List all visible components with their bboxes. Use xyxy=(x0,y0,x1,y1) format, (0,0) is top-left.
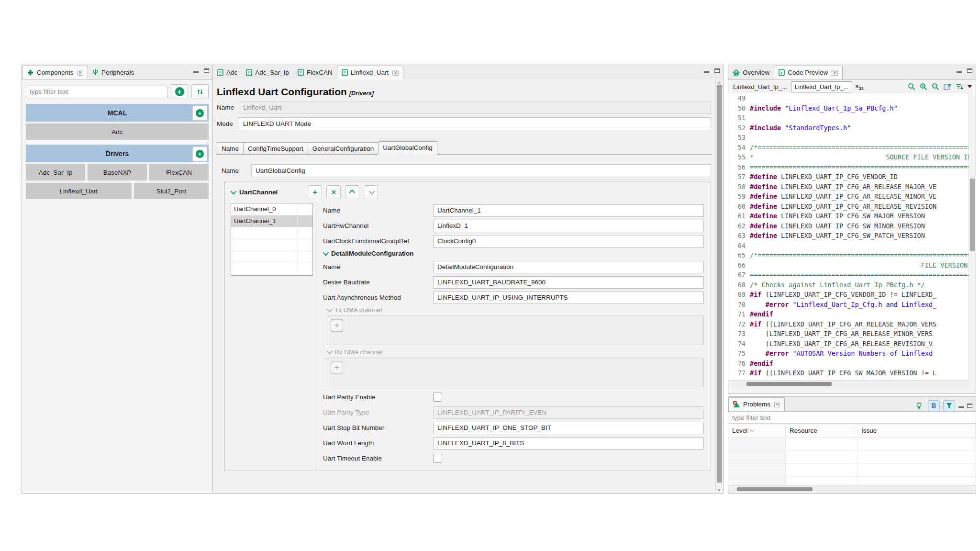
scroll-down-arrow[interactable] xyxy=(717,489,721,492)
scrollbar-thumb[interactable] xyxy=(737,487,813,491)
code-vertical-scrollbar[interactable] xyxy=(969,93,976,380)
filter-icon[interactable] xyxy=(956,83,963,90)
baudrate-field[interactable]: LINFLEXD_UART_BAUDRATE_9600 xyxy=(433,276,704,289)
editor-vertical-scrollbar[interactable] xyxy=(715,79,723,493)
add-tx-dma-button[interactable]: + xyxy=(331,319,343,332)
code-line: 52#include "StandardTypes.h" xyxy=(728,123,969,133)
move-down-button[interactable] xyxy=(364,185,378,199)
minimize-icon[interactable] xyxy=(704,71,709,73)
editor-tab-flexcan[interactable]: FlexCAN xyxy=(293,66,337,79)
stop-bit-field[interactable]: LINFLEXD_UART_IP_ONE_STOP_BIT xyxy=(433,422,704,434)
collapse-icon[interactable] xyxy=(327,306,333,313)
tx-dma-label: Tx DMA channel xyxy=(334,306,382,314)
scrollbar-thumb[interactable] xyxy=(970,179,975,251)
collapse-icon[interactable] xyxy=(323,250,329,256)
close-icon[interactable]: ✕ xyxy=(774,402,780,407)
component-item-adc[interactable]: Adc xyxy=(26,124,209,140)
minimize-icon[interactable] xyxy=(957,71,962,73)
move-up-button[interactable] xyxy=(345,185,359,199)
editor-tab-adc_sar_ip[interactable]: Adc_Sar_Ip xyxy=(242,66,293,79)
file-tab-2[interactable]: Linflexd_Uart_Ip_... xyxy=(791,81,853,92)
tab-overflow-indicator[interactable]: »32 xyxy=(855,82,863,91)
add-channel-button[interactable]: + xyxy=(308,185,322,199)
close-icon[interactable]: ✕ xyxy=(832,70,837,76)
components-filter-input[interactable] xyxy=(26,86,167,98)
global-name-label: Name xyxy=(222,167,248,174)
file-tab-1[interactable]: Linflexd_Uart_Ip_... xyxy=(729,81,791,92)
tab-peripherals[interactable]: Peripherals xyxy=(88,66,138,79)
editor-tab-label: Adc xyxy=(226,69,237,76)
minimize-icon[interactable] xyxy=(193,71,199,73)
word-length-field[interactable]: LINFLEXD_UART_IP_8_BITS xyxy=(433,437,704,450)
editor-tab-adc[interactable]: Adc xyxy=(213,66,242,79)
code-line: 64 xyxy=(728,241,969,251)
tab-overview[interactable]: Overview xyxy=(728,66,774,79)
problems-horizontal-scrollbar[interactable] xyxy=(728,485,976,493)
tab-code-preview[interactable]: c Code Preview ✕ xyxy=(774,66,842,79)
minimize-icon[interactable] xyxy=(958,406,964,408)
config-tab-generalconfiguration[interactable]: GeneralConfiguration xyxy=(308,142,379,154)
add-mcal-button[interactable]: + xyxy=(192,106,207,121)
line-number: 77 xyxy=(728,368,750,378)
group-header-drivers[interactable]: Drivers + xyxy=(26,145,209,162)
editor-tabbar: AdcAdc_Sar_IpFlexCANLinflexd_Uart✕ xyxy=(213,65,723,80)
column-header-resource[interactable]: Resource xyxy=(786,424,858,438)
component-item-siul2_port[interactable]: Siul2_Port xyxy=(134,183,209,199)
channel-list-item-uartchannel_1[interactable]: UartChannel_1 xyxy=(231,215,312,227)
remove-channel-button[interactable]: × xyxy=(326,185,341,199)
scrollbar-thumb[interactable] xyxy=(746,382,832,386)
channel-name-field[interactable]: UartChannel_1 xyxy=(433,204,704,217)
page-title-suffix: [Drivers] xyxy=(349,90,374,97)
search-icon[interactable] xyxy=(908,83,915,90)
sort-button[interactable] xyxy=(191,84,209,99)
channel-list-item-uartchannel_0[interactable]: UartChannel_0 xyxy=(231,203,312,215)
parity-enable-checkbox[interactable] xyxy=(433,393,442,402)
timeout-enable-checkbox[interactable] xyxy=(433,454,442,463)
zoom-in-icon[interactable] xyxy=(920,83,927,90)
tab-problems[interactable]: Problems ✕ xyxy=(728,397,785,411)
close-icon[interactable]: ✕ xyxy=(392,70,398,76)
component-item-linflexd_uart[interactable]: Linflexd_Uart xyxy=(26,183,132,199)
maximize-icon[interactable] xyxy=(967,68,972,73)
detail-name-field[interactable]: DetailModuleConfiguration xyxy=(433,261,704,273)
mode-field[interactable]: LINFLEXD UART Mode xyxy=(239,117,711,130)
collapse-icon[interactable] xyxy=(231,189,237,195)
view-menu-icon[interactable] xyxy=(968,85,972,88)
global-name-field[interactable]: UartGlobalConfig xyxy=(251,164,711,177)
close-icon[interactable]: ✕ xyxy=(78,70,83,76)
component-item-basenxp[interactable]: BaseNXP xyxy=(88,164,147,180)
clock-group-ref-field[interactable]: ClockConfig0 xyxy=(433,235,704,247)
config-tab-name[interactable]: Name xyxy=(217,142,244,154)
component-item-adc_sar_ip[interactable]: Adc_Sar_Ip xyxy=(26,164,85,180)
export-icon[interactable] xyxy=(944,83,951,90)
code-editor[interactable]: 4950#include "Linflexd_Uart_Ip_Sa_PBcfg.… xyxy=(728,93,969,380)
maximize-icon[interactable] xyxy=(967,404,972,408)
maximize-icon[interactable] xyxy=(714,68,720,73)
scrollbar-thumb[interactable] xyxy=(717,85,722,483)
code-horizontal-scrollbar[interactable] xyxy=(728,380,969,388)
add-rx-dma-button[interactable]: + xyxy=(331,361,343,374)
config-tab-uartglobalconfig[interactable]: UartGlobalConfig xyxy=(378,141,437,155)
zoom-out-icon[interactable] xyxy=(932,83,939,90)
collapse-icon[interactable] xyxy=(327,349,333,355)
add-component-button[interactable]: + xyxy=(171,84,188,99)
line-number: 57 xyxy=(728,172,750,182)
editor-tab-linflexd_uart[interactable]: Linflexd_Uart✕ xyxy=(337,66,403,79)
hw-channel-field[interactable]: LinflexD_1 xyxy=(433,220,704,232)
code-line: 66 FILE VERSION CH xyxy=(728,260,969,270)
tab-components[interactable]: Components ✕ xyxy=(22,66,88,79)
channel-list-empty-row xyxy=(231,227,312,239)
problems-filter-input[interactable] xyxy=(728,412,976,424)
bookmark-toggle-button[interactable]: B xyxy=(928,400,940,411)
add-driver-button[interactable]: + xyxy=(192,146,207,161)
quickfix-lightbulb-icon[interactable] xyxy=(913,401,924,411)
column-header-issue[interactable]: Issue xyxy=(858,424,976,438)
filter-funnel-button[interactable] xyxy=(943,400,955,411)
config-tab-configtimesupport[interactable]: ConfigTimeSupport xyxy=(243,142,308,154)
component-item-flexcan[interactable]: FlexCAN xyxy=(149,164,209,180)
column-header-level[interactable]: Level xyxy=(728,424,786,438)
async-method-field[interactable]: LINFLEXD_UART_IP_USING_INTERRUPTS xyxy=(433,292,704,304)
scroll-up-arrow[interactable] xyxy=(717,81,721,84)
group-header-mcal[interactable]: MCAL + xyxy=(26,104,209,122)
maximize-icon[interactable] xyxy=(204,68,209,73)
